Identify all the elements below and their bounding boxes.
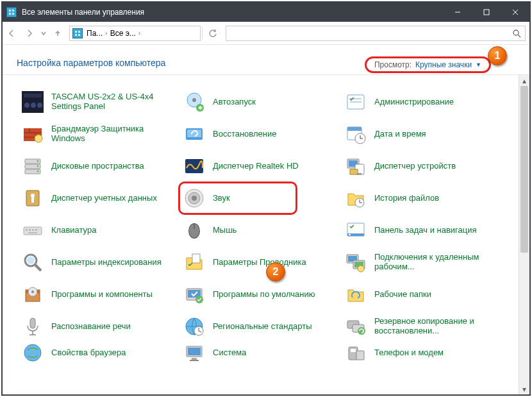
item-phone-modem[interactable]: Телефон и модем (345, 343, 504, 362)
main-area: 2 TASCAM US-2x2 & US-4x4 Settings Panel … (3, 75, 529, 394)
item-tascam[interactable]: TASCAM US-2x2 & US-4x4 Settings Panel (22, 87, 181, 117)
device-manager-icon (345, 155, 367, 177)
svg-point-12 (513, 30, 519, 35)
address-bar[interactable]: Па... › Все э... › (69, 26, 201, 41)
item-label: Система (213, 348, 246, 358)
item-keyboard[interactable]: Клавиатура (22, 215, 181, 246)
svg-point-16 (24, 103, 29, 108)
svg-rect-15 (24, 94, 42, 97)
control-panel-icon (6, 7, 17, 17)
item-admin-tools[interactable]: Администрирование (345, 87, 504, 117)
svg-rect-104 (351, 349, 356, 352)
mouse-icon (183, 219, 205, 241)
svg-rect-8 (75, 31, 77, 33)
svg-rect-70 (349, 234, 351, 235)
view-value: Крупные значки (415, 60, 472, 69)
admin-tools-icon (345, 91, 367, 113)
svg-point-97 (358, 327, 365, 335)
item-backup-restore[interactable]: Резервное копирование и восстановлени... (345, 311, 504, 342)
item-default-programs[interactable]: Программы по умолчанию (183, 279, 342, 310)
search-icon (512, 29, 521, 38)
item-remote-desktop[interactable]: Подключения к удаленным рабочим... (345, 247, 504, 278)
scroll-down-button[interactable]: ▾ (519, 384, 529, 394)
page-header: Настройка параметров компьютера Просмотр… (3, 45, 529, 75)
item-speech[interactable]: Распознавание речи (22, 311, 181, 342)
item-realtek[interactable]: Диспетчер Realtek HD (183, 151, 342, 182)
svg-rect-64 (28, 232, 37, 233)
svg-point-53 (185, 189, 203, 207)
sound-icon (183, 187, 205, 209)
svg-point-30 (35, 135, 42, 142)
item-sound[interactable]: Звук (183, 183, 342, 214)
close-button[interactable] (501, 3, 529, 22)
item-indexing[interactable]: Параметры индексирования (22, 247, 181, 278)
chevron-right-icon: › (138, 30, 140, 37)
forward-button[interactable] (21, 24, 38, 42)
item-label: Параметры Проводника (213, 258, 306, 267)
up-button[interactable] (49, 24, 67, 42)
items-grid: TASCAM US-2x2 & US-4x4 Settings Panel Ав… (3, 75, 519, 394)
svg-rect-11 (78, 34, 80, 36)
refresh-button[interactable] (204, 24, 222, 42)
svg-rect-9 (78, 31, 80, 33)
speech-icon (22, 316, 44, 337)
item-label: История файлов (374, 194, 439, 203)
storage-spaces-icon (22, 155, 44, 177)
item-internet-options[interactable]: Свойства браузера (22, 343, 181, 362)
item-explorer-options[interactable]: Параметры Проводника (183, 247, 342, 278)
item-storage-spaces[interactable]: Дисковые пространства (22, 151, 181, 182)
svg-rect-102 (190, 360, 199, 361)
item-autoplay[interactable]: Автозапуск (183, 87, 342, 117)
svg-rect-5 (484, 10, 489, 15)
breadcrumb-seg[interactable]: Все э... (110, 29, 136, 38)
programs-icon (22, 283, 44, 305)
maximize-button[interactable] (472, 3, 501, 22)
item-label: Телефон и модем (374, 348, 444, 358)
item-work-folders[interactable]: Рабочие папки (345, 279, 504, 310)
item-taskbar-nav[interactable]: Панель задач и навигация (345, 215, 504, 246)
item-file-history[interactable]: История файлов (345, 183, 504, 214)
recent-dropdown[interactable] (38, 24, 49, 42)
item-regional[interactable]: Региональные стандарты (183, 311, 342, 342)
item-label: Свойства браузера (51, 348, 126, 358)
item-firewall[interactable]: Брандмауэр Защитника Windows (22, 119, 181, 149)
svg-point-55 (192, 196, 197, 201)
item-mouse[interactable]: Мышь (183, 215, 342, 246)
view-selector[interactable]: Просмотр: Крупные значки ▼ (365, 56, 491, 73)
system-icon (183, 343, 205, 362)
item-label: Клавиатура (51, 226, 96, 235)
svg-point-42 (37, 165, 39, 167)
tascam-icon (22, 91, 44, 113)
svg-rect-3 (12, 13, 14, 15)
svg-point-54 (188, 192, 200, 204)
svg-rect-87 (30, 318, 35, 328)
default-programs-icon (183, 283, 205, 305)
scrollbar[interactable]: ▴ ▾ (519, 75, 529, 394)
item-label: Восстановление (213, 130, 276, 139)
item-label: Брандмауэр Защитника Windows (51, 124, 173, 144)
item-label: TASCAM US-2x2 & US-4x4 Settings Panel (51, 92, 173, 112)
svg-point-51 (31, 194, 35, 198)
svg-point-79 (358, 266, 364, 272)
item-recovery[interactable]: Восстановление (183, 119, 342, 149)
svg-rect-74 (192, 254, 200, 263)
scroll-thumb[interactable] (520, 86, 528, 253)
breadcrumb-seg[interactable]: Па... (87, 29, 103, 38)
item-datetime[interactable]: Дата и время (345, 119, 504, 149)
indexing-icon (22, 251, 44, 273)
item-credential-manager[interactable]: Диспетчер учетных данных (22, 183, 181, 214)
item-device-manager[interactable]: Диспетчер устройств (345, 151, 504, 182)
item-label: Программы и компоненты (51, 290, 153, 300)
item-programs-features[interactable]: Программы и компоненты (22, 279, 181, 310)
item-label: Диспетчер Realtek HD (213, 162, 299, 171)
scroll-up-button[interactable]: ▴ (519, 75, 529, 86)
item-label: Администрирование (374, 97, 454, 107)
window-title: Все элементы панели управления (22, 8, 144, 17)
minimize-button[interactable] (443, 3, 472, 22)
svg-point-98 (24, 344, 41, 361)
item-system[interactable]: Система (183, 343, 342, 362)
item-label: Параметры индексирования (51, 258, 162, 267)
search-input[interactable] (226, 26, 526, 41)
back-button[interactable] (3, 24, 21, 42)
datetime-icon (345, 123, 367, 145)
